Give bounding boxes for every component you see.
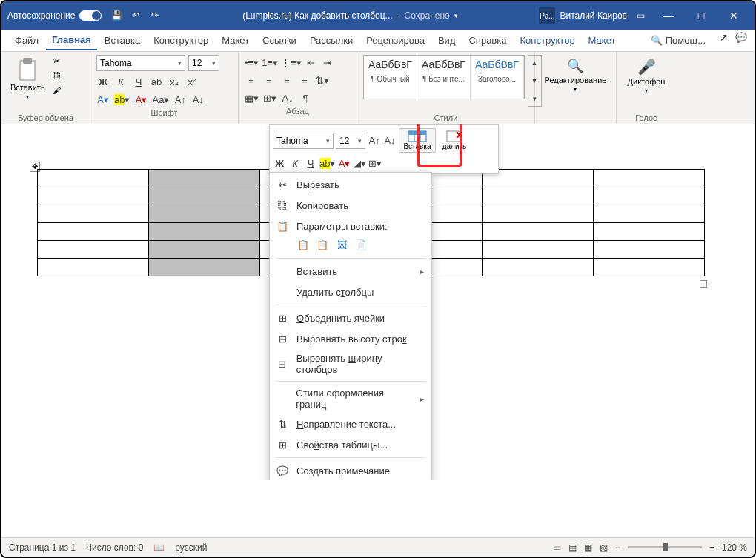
tab-home[interactable]: Главная bbox=[46, 30, 97, 50]
ribbon-display-icon[interactable]: ▭ bbox=[634, 10, 646, 21]
mini-italic[interactable]: К bbox=[288, 156, 302, 170]
zoom-slider[interactable] bbox=[628, 546, 702, 548]
editing-button[interactable]: 🔍 Редактирование ▾ bbox=[542, 55, 610, 96]
paste-button[interactable]: Вставить ▾ bbox=[7, 55, 48, 103]
zoom-level[interactable]: 120 % bbox=[722, 542, 747, 553]
paste-text-icon[interactable]: 📄 bbox=[354, 238, 368, 251]
align-left-button[interactable]: ≡ bbox=[245, 73, 258, 87]
font-color-button[interactable]: A▾ bbox=[134, 92, 147, 107]
justify-button[interactable]: ≡ bbox=[298, 73, 311, 87]
strikethrough-button[interactable]: ab bbox=[150, 74, 163, 89]
numbering-button[interactable]: 1≡▾ bbox=[262, 55, 278, 70]
tab-review[interactable]: Рецензирова bbox=[360, 31, 431, 50]
tab-references[interactable]: Ссылки bbox=[256, 31, 302, 50]
cm-copy[interactable]: ⿻Копировать bbox=[270, 195, 431, 216]
cm-cut[interactable]: ✂Вырезать bbox=[270, 174, 431, 195]
italic-button[interactable]: К bbox=[114, 74, 127, 89]
align-center-button[interactable]: ≡ bbox=[262, 73, 276, 87]
cm-delete-cols[interactable]: Удалить столбцы bbox=[270, 282, 431, 302]
copy-icon[interactable]: ⿻ bbox=[51, 70, 63, 82]
cm-dist-cols[interactable]: ⊞Выровнять ширину столбцов bbox=[270, 349, 431, 379]
tab-view[interactable]: Вид bbox=[432, 31, 462, 50]
mini-borders[interactable]: ⊞▾ bbox=[368, 156, 382, 170]
read-mode-icon[interactable]: ▤ bbox=[568, 542, 577, 553]
tab-insert[interactable]: Вставка bbox=[99, 31, 146, 50]
style-normal[interactable]: АаБбВвГ¶ Обычный bbox=[364, 56, 417, 99]
grow-font-button[interactable]: A↑ bbox=[173, 92, 187, 107]
close-button[interactable]: ✕ bbox=[719, 5, 749, 26]
undo-icon[interactable]: ↶ bbox=[130, 10, 142, 21]
style-no-spacing[interactable]: АаБбВвГ¶ Без инте... bbox=[417, 56, 471, 99]
text-effects-button[interactable]: A▾ bbox=[96, 92, 110, 107]
mini-bold[interactable]: Ж bbox=[273, 156, 286, 170]
shading-button[interactable]: ▦▾ bbox=[245, 90, 259, 105]
cm-border-styles[interactable]: Стили оформления границ▸ bbox=[270, 384, 431, 413]
paste-keep-source-icon[interactable]: 📋 bbox=[296, 238, 310, 251]
user-account[interactable]: Ра... Виталий Каиров bbox=[539, 7, 627, 24]
mini-shading[interactable]: ◢▾ bbox=[353, 156, 366, 170]
cm-text-direction[interactable]: ⇅Направление текста... bbox=[270, 413, 431, 434]
increase-indent-button[interactable]: ⇥ bbox=[321, 55, 334, 70]
paste-merge-icon[interactable]: 📋 bbox=[316, 238, 329, 251]
mini-grow-font[interactable]: A↑ bbox=[368, 133, 381, 148]
autosave-toggle[interactable]: Автосохранение bbox=[7, 10, 102, 21]
underline-button[interactable]: Ч bbox=[132, 74, 145, 89]
change-case-button[interactable]: Aa▾ bbox=[152, 92, 169, 107]
cm-merge[interactable]: ⊞Объединить ячейки bbox=[270, 308, 431, 328]
multilevel-button[interactable]: ⋮≡▾ bbox=[281, 55, 302, 70]
tab-design[interactable]: Конструктор bbox=[147, 31, 214, 50]
tab-file[interactable]: Файл bbox=[9, 31, 44, 50]
tab-help[interactable]: Справка bbox=[462, 31, 512, 50]
mini-delete-button[interactable]: далить bbox=[438, 130, 471, 150]
cm-dist-rows[interactable]: ⊟Выровнять высоту строк bbox=[270, 328, 431, 349]
mini-shrink-font[interactable]: A↓ bbox=[383, 133, 397, 148]
superscript-button[interactable]: x² bbox=[185, 74, 199, 89]
mini-font-color[interactable]: A▾ bbox=[337, 156, 351, 170]
cm-table-props[interactable]: ⊞Свойства таблицы... bbox=[270, 434, 431, 455]
word-count[interactable]: Число слов: 0 bbox=[86, 542, 143, 553]
style-heading1[interactable]: АаБбВвГЗаголово... bbox=[471, 56, 524, 99]
page-indicator[interactable]: Страница 1 из 1 bbox=[9, 542, 76, 553]
styles-gallery[interactable]: АаБбВвГ¶ Обычный АаБбВвГ¶ Без инте... Аа… bbox=[363, 55, 525, 99]
mini-font-combo[interactable]: Tahoma▾ bbox=[273, 133, 334, 149]
shrink-font-button[interactable]: A↓ bbox=[191, 92, 205, 107]
save-icon[interactable]: 💾 bbox=[110, 10, 122, 21]
comments-icon[interactable]: 💬 bbox=[735, 31, 747, 43]
cut-icon[interactable]: ✂ bbox=[51, 55, 63, 67]
font-size-combo[interactable]: 12▾ bbox=[188, 55, 219, 71]
cm-new-comment[interactable]: 💬Создать примечание bbox=[270, 460, 431, 480]
tab-table-design[interactable]: Конструктор bbox=[514, 31, 580, 50]
mini-insert-button[interactable]: Вставка bbox=[399, 128, 436, 153]
maximize-button[interactable]: □ bbox=[686, 5, 716, 26]
tell-me[interactable]: 🔍 Помощ... bbox=[645, 31, 712, 50]
tab-layout[interactable]: Макет bbox=[216, 31, 255, 50]
zoom-out-button[interactable]: − bbox=[615, 542, 620, 553]
sort-button[interactable]: A↓ bbox=[281, 90, 294, 105]
format-painter-icon[interactable]: 🖌 bbox=[51, 84, 63, 96]
font-name-combo[interactable]: Tahoma▾ bbox=[96, 55, 185, 71]
show-marks-button[interactable]: ¶ bbox=[299, 90, 312, 105]
tab-table-layout[interactable]: Макет bbox=[583, 31, 622, 50]
highlight-button[interactable]: ab▾ bbox=[114, 92, 130, 107]
subscript-button[interactable]: x₂ bbox=[168, 74, 181, 89]
language-indicator[interactable]: русский bbox=[175, 542, 207, 553]
align-right-button[interactable]: ≡ bbox=[280, 73, 294, 87]
focus-mode-icon[interactable]: ▭ bbox=[553, 542, 561, 553]
mini-underline[interactable]: Ч bbox=[304, 156, 317, 170]
mini-highlight[interactable]: ab▾ bbox=[319, 156, 335, 170]
bold-button[interactable]: Ж bbox=[96, 74, 110, 89]
share-icon[interactable]: ↗ bbox=[717, 31, 729, 43]
print-layout-icon[interactable]: ▦ bbox=[584, 542, 592, 553]
spellcheck-icon[interactable]: 📖 bbox=[153, 542, 165, 553]
minimize-button[interactable]: — bbox=[654, 5, 683, 26]
dictate-button[interactable]: 🎤 Диктофон ▾ bbox=[625, 55, 669, 97]
toggle-switch[interactable] bbox=[79, 10, 102, 21]
paste-picture-icon[interactable]: 🖼 bbox=[335, 238, 348, 251]
mini-size-combo[interactable]: 12▾ bbox=[336, 133, 365, 149]
zoom-in-button[interactable]: + bbox=[709, 542, 714, 553]
line-spacing-button[interactable]: ⇅▾ bbox=[316, 73, 329, 87]
cm-insert[interactable]: Вставить▸ bbox=[270, 261, 431, 282]
web-layout-icon[interactable]: ▧ bbox=[600, 542, 608, 553]
decrease-indent-button[interactable]: ⇤ bbox=[305, 55, 318, 70]
tab-mailings[interactable]: Рассылки bbox=[304, 31, 359, 50]
